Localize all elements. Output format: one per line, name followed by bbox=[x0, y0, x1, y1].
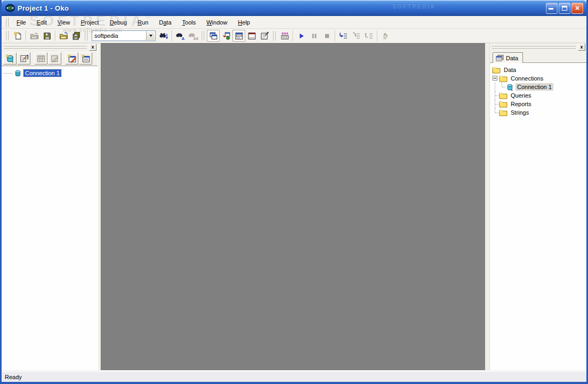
step-out-button[interactable] bbox=[363, 30, 375, 42]
menu-tools[interactable]: Tools bbox=[177, 17, 202, 28]
find-button[interactable] bbox=[157, 30, 170, 42]
step-into-icon bbox=[339, 31, 348, 41]
cascade-windows-icon bbox=[209, 31, 218, 41]
new-project-button[interactable] bbox=[11, 30, 24, 42]
tree-node-data-root[interactable]: Data bbox=[490, 66, 586, 74]
maximize-button[interactable] bbox=[559, 3, 570, 14]
tree-node-queries[interactable]: Queries bbox=[490, 91, 586, 100]
run-button[interactable] bbox=[295, 30, 308, 42]
tree-label-connection1: Connection 1 bbox=[23, 69, 61, 77]
toolbar-grip-file[interactable] bbox=[5, 31, 10, 41]
tree-label-queries: Queries bbox=[509, 92, 533, 99]
tree-label-connection1: Connection 1 bbox=[515, 83, 553, 91]
run-icon bbox=[297, 31, 306, 41]
folder-icon bbox=[499, 100, 508, 108]
left-panel-toolbar bbox=[2, 51, 98, 66]
toolbar-grip-debug[interactable] bbox=[272, 31, 277, 41]
design-table-button[interactable] bbox=[48, 52, 61, 65]
application-window: Project 1 - Oko SOFTPEDIA × File Edit Vi… bbox=[0, 0, 588, 384]
close-button[interactable]: × bbox=[571, 3, 583, 14]
menu-debug[interactable]: Debug bbox=[104, 17, 132, 28]
tab-data-label: Data bbox=[506, 55, 518, 61]
fields-window-icon bbox=[247, 31, 256, 41]
open-table-button[interactable] bbox=[34, 52, 47, 65]
menu-run[interactable]: Run bbox=[132, 17, 154, 28]
open-project-icon bbox=[59, 31, 68, 41]
save-all-icon bbox=[72, 31, 81, 41]
stop-button[interactable] bbox=[320, 30, 333, 42]
tree-node-connection1[interactable]: Connection 1 bbox=[490, 83, 586, 91]
data-tree: Data Connections bbox=[490, 63, 586, 371]
menu-view[interactable]: View bbox=[52, 17, 76, 28]
edit-icon-disabled bbox=[50, 54, 60, 63]
right-panel-tabs: Data bbox=[490, 51, 586, 63]
menu-window[interactable]: Window bbox=[201, 17, 232, 28]
tree-node-connection1[interactable]: Connection 1 bbox=[2, 69, 98, 77]
cascade-windows-button[interactable] bbox=[207, 30, 220, 42]
replace-button[interactable]: AB bbox=[187, 30, 199, 42]
new-report-button[interactable] bbox=[79, 52, 92, 65]
tree-node-strings[interactable]: Strings bbox=[490, 108, 586, 117]
find-a-icon: A bbox=[175, 31, 185, 41]
folder-icon bbox=[499, 109, 508, 116]
pause-button[interactable] bbox=[308, 30, 320, 42]
right-splitter[interactable] bbox=[485, 43, 490, 371]
left-panel-close-button[interactable]: x bbox=[89, 44, 96, 51]
new-file-icon bbox=[13, 31, 22, 41]
tree-node-reports[interactable]: Reports bbox=[490, 100, 586, 108]
title-bar[interactable]: Project 1 - Oko SOFTPEDIA × bbox=[2, 0, 586, 16]
main-toolbar: www.softpedia.com bbox=[2, 29, 586, 43]
database-icon bbox=[506, 83, 514, 91]
open-project-button[interactable] bbox=[57, 30, 70, 42]
menu-project[interactable]: Project bbox=[75, 17, 104, 28]
breakpoints-button[interactable] bbox=[278, 30, 291, 42]
save-button[interactable] bbox=[41, 30, 53, 42]
tree-label-strings: Strings bbox=[509, 109, 530, 116]
connection-properties-button[interactable] bbox=[17, 52, 30, 65]
chevron-down-icon bbox=[149, 35, 152, 37]
tree-expander[interactable] bbox=[492, 74, 499, 83]
toolbox-window-button[interactable] bbox=[232, 30, 245, 42]
project-combobox-value[interactable]: softpedia bbox=[92, 33, 146, 39]
minimize-button[interactable] bbox=[546, 3, 558, 14]
new-connection-button[interactable] bbox=[3, 52, 17, 65]
toolbar-grip-windows[interactable] bbox=[201, 31, 205, 41]
menu-help[interactable]: Help bbox=[232, 17, 255, 28]
combobox-dropdown-button[interactable] bbox=[146, 31, 155, 41]
workspace-area bbox=[101, 43, 485, 371]
new-report-icon bbox=[81, 54, 91, 63]
save-all-button[interactable] bbox=[70, 30, 83, 42]
menu-file[interactable]: File bbox=[11, 17, 31, 28]
project-combobox[interactable]: softpedia bbox=[92, 30, 156, 41]
pause-icon-disabled bbox=[310, 31, 319, 41]
connections-tree: Connection 1 bbox=[2, 66, 98, 371]
menubar-grip[interactable] bbox=[5, 18, 10, 27]
menu-data[interactable]: Data bbox=[154, 17, 176, 28]
toolbar-grip-search[interactable] bbox=[84, 31, 88, 41]
right-panel-close-button[interactable]: x bbox=[578, 44, 585, 51]
properties-window-button[interactable] bbox=[258, 30, 271, 42]
open-button[interactable] bbox=[28, 30, 41, 42]
new-query-icon bbox=[67, 54, 77, 63]
tree-guide bbox=[492, 100, 499, 108]
find-down-icon bbox=[159, 31, 168, 41]
find-next-button[interactable]: A bbox=[174, 30, 187, 42]
new-query-button[interactable] bbox=[65, 52, 78, 65]
menu-edit[interactable]: Edit bbox=[31, 17, 52, 28]
tab-data[interactable]: Data bbox=[493, 52, 523, 63]
maximize-icon bbox=[562, 6, 567, 11]
properties-window-icon bbox=[260, 31, 269, 41]
stop-icon-disabled bbox=[323, 31, 332, 41]
step-into-button[interactable] bbox=[337, 30, 350, 42]
forms-button[interactable] bbox=[220, 30, 232, 42]
tree-guide bbox=[4, 73, 13, 74]
tree-node-connections[interactable]: Connections bbox=[490, 74, 586, 83]
connections-panel: x bbox=[2, 43, 98, 371]
tree-guide bbox=[492, 91, 499, 100]
left-panel-grip[interactable] bbox=[4, 45, 87, 50]
break-button[interactable] bbox=[379, 30, 392, 42]
watch-window-button[interactable] bbox=[245, 30, 258, 42]
tree-guide bbox=[492, 83, 499, 91]
step-over-button[interactable] bbox=[350, 30, 363, 42]
right-panel-grip[interactable] bbox=[492, 45, 576, 50]
